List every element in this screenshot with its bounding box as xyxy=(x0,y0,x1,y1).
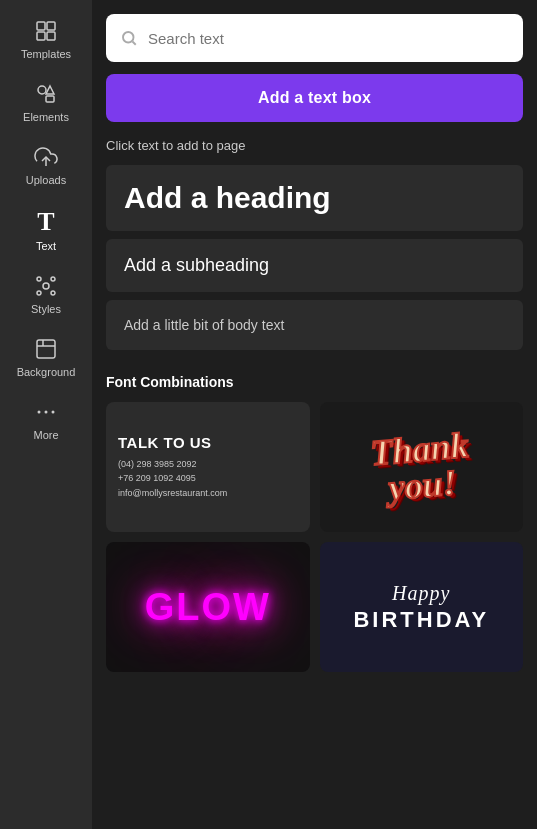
uploads-icon xyxy=(33,144,59,170)
add-textbox-button[interactable]: Add a text box xyxy=(106,74,523,122)
body-text: Add a little bit of body text xyxy=(124,317,284,333)
svg-point-19 xyxy=(123,32,134,43)
heading-text: Add a heading xyxy=(124,181,331,214)
body-text-option[interactable]: Add a little bit of body text xyxy=(106,300,523,350)
svg-point-8 xyxy=(43,283,49,289)
styles-icon xyxy=(33,273,59,299)
subheading-text: Add a subheading xyxy=(124,255,269,275)
svg-rect-0 xyxy=(37,22,45,30)
sidebar-item-elements[interactable]: Elements xyxy=(0,71,92,134)
talk-title: TALK TO US xyxy=(118,434,212,451)
svg-rect-3 xyxy=(47,32,55,40)
font-cards-grid: TALK TO US (04) 298 3985 2092+76 209 109… xyxy=(106,402,523,672)
sidebar: Templates Elements Uploads T Text Styles… xyxy=(0,0,92,829)
sidebar-item-templates-label: Templates xyxy=(21,48,71,61)
sidebar-item-background-label: Background xyxy=(17,366,76,379)
click-to-add-label: Click text to add to page xyxy=(106,138,523,153)
search-bar xyxy=(106,14,523,62)
svg-point-4 xyxy=(38,86,46,94)
templates-icon xyxy=(33,18,59,44)
search-icon xyxy=(120,29,138,47)
font-card-thank-you[interactable]: Thankyou! xyxy=(320,402,524,532)
sidebar-item-background[interactable]: Background xyxy=(0,326,92,389)
sidebar-item-more[interactable]: More xyxy=(0,389,92,452)
text-icon: T xyxy=(32,208,60,236)
svg-rect-6 xyxy=(46,96,54,102)
svg-point-18 xyxy=(52,411,55,414)
sidebar-item-uploads-label: Uploads xyxy=(26,174,66,187)
font-card-talk-to-us[interactable]: TALK TO US (04) 298 3985 2092+76 209 109… xyxy=(106,402,310,532)
svg-line-20 xyxy=(132,41,135,44)
font-card-glow[interactable]: GLOW xyxy=(106,542,310,672)
more-icon xyxy=(33,399,59,425)
font-combinations-label: Font Combinations xyxy=(106,374,523,390)
glow-text: GLOW xyxy=(145,586,271,629)
thank-you-text: Thankyou! xyxy=(369,427,473,507)
sidebar-item-text-label: Text xyxy=(36,240,56,253)
svg-point-11 xyxy=(37,291,41,295)
sidebar-item-templates[interactable]: Templates xyxy=(0,8,92,71)
svg-marker-5 xyxy=(46,86,54,94)
sidebar-item-styles[interactable]: Styles xyxy=(0,263,92,326)
talk-details: (04) 298 3985 2092+76 209 1092 4095info@… xyxy=(118,457,227,500)
svg-rect-2 xyxy=(37,32,45,40)
svg-point-10 xyxy=(37,277,41,281)
svg-point-9 xyxy=(51,277,55,281)
svg-point-17 xyxy=(45,411,48,414)
elements-icon xyxy=(33,81,59,107)
font-card-birthday[interactable]: Happy BIRTHDAY xyxy=(320,542,524,672)
sidebar-item-styles-label: Styles xyxy=(31,303,61,316)
sidebar-item-uploads[interactable]: Uploads xyxy=(0,134,92,197)
happy-text: Happy xyxy=(392,582,450,605)
main-panel: Add a text box Click text to add to page… xyxy=(92,0,537,829)
background-icon xyxy=(33,336,59,362)
heading-option[interactable]: Add a heading xyxy=(106,165,523,231)
svg-point-12 xyxy=(51,291,55,295)
sidebar-item-more-label: More xyxy=(33,429,58,442)
sidebar-item-text[interactable]: T Text xyxy=(0,198,92,263)
svg-rect-13 xyxy=(37,340,55,358)
svg-rect-1 xyxy=(47,22,55,30)
svg-point-16 xyxy=(38,411,41,414)
birthday-text: BIRTHDAY xyxy=(353,607,489,633)
sidebar-item-elements-label: Elements xyxy=(23,111,69,124)
search-input[interactable] xyxy=(148,30,509,47)
subheading-option[interactable]: Add a subheading xyxy=(106,239,523,292)
